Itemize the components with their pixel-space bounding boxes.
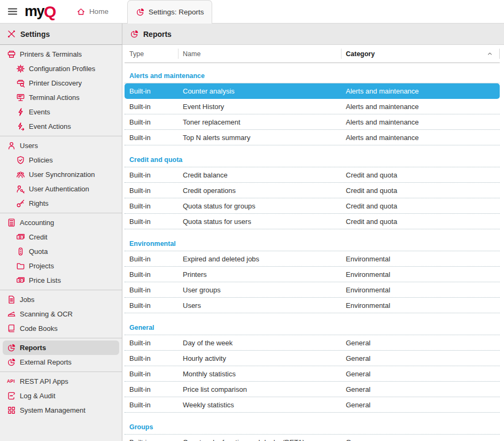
cell-type: Built-in [125,87,178,95]
sidebar-item-projects[interactable]: Projects [0,259,122,273]
sidebar-item-rights[interactable]: Rights [0,196,122,211]
sidebar-item-log-audit[interactable]: Log & Audit [0,389,122,403]
cell-type: Built-in [125,202,178,210]
report-row[interactable]: Built-in Top N alerts summary Alerts and… [125,130,500,145]
sidebar-item-label: Terminal Actions [29,94,80,102]
price-list-icon [16,276,25,285]
report-row[interactable]: Built-in Event History Alerts and mainte… [125,99,500,114]
column-header-category[interactable]: Category [341,45,500,63]
sidebar-item-quota[interactable]: Quota [0,244,122,259]
home-icon [76,7,86,16]
report-row[interactable]: Built-in Weekly statistics General [125,397,500,413]
sidebar-group: Reports External Reports [0,338,122,372]
sidebar-item-printer-discovery[interactable]: Printer Discovery [0,76,122,90]
sidebar-item-label: External Reports [20,358,72,366]
sidebar-item-reports[interactable]: Reports [3,341,119,355]
report-row[interactable]: Built-in Quota status for groups Credit … [125,198,500,214]
sidebar-item-policies[interactable]: Policies [0,153,122,167]
report-row[interactable]: Built-in Monthly statistics General [125,366,500,382]
cell-type: Built-in [125,218,178,226]
report-row[interactable]: Built-in Users Environmental [125,298,500,313]
report-row[interactable]: Built-in Printers Environmental [125,267,500,282]
cell-name: Top N alerts summary [178,134,341,142]
cell-name: Credit operations [178,187,341,195]
cell-type: Built-in [125,118,178,126]
sidebar-item-code-books[interactable]: Code Books [0,321,122,336]
cell-name: Event History [178,103,341,111]
sidebar-item-user-authentication[interactable]: User Authentication [0,182,122,196]
panel-header: Reports [122,24,504,45]
hamburger-menu-button[interactable] [0,0,25,23]
sidebar-item-label: User Synchronization [29,171,95,179]
report-row[interactable]: Built-in Quota status for users Credit a… [125,214,500,229]
report-row[interactable]: Built-in Counter analysis Alerts and mai… [125,83,500,99]
column-label: Type [129,50,144,58]
table-header-row: Type Name Category [125,45,500,63]
sidebar-item-price-lists[interactable]: Price Lists [0,273,122,288]
reports-icon [136,7,145,17]
user-icon [7,141,16,150]
group-header: Credit and quota [125,154,500,167]
cell-category: Credit and quota [341,218,500,226]
cell-name: Quota status for users [178,218,341,226]
gear-icon [16,64,25,73]
cell-name: Price list comparison [178,385,341,393]
report-group-groups: Groups Built-in Counters by function and… [125,421,500,441]
sidebar-item-external-reports[interactable]: External Reports [0,355,122,369]
cell-type: Built-in [125,385,178,393]
hamburger-icon [7,6,18,17]
tab-home[interactable]: Home [68,0,117,23]
sidebar-item-label: Quota [29,247,48,256]
sidebar-item-label: Accounting [20,219,54,227]
sidebar-item-accounting[interactable]: Accounting [0,215,122,230]
reports-icon [7,343,16,352]
cell-name: Printers [178,270,341,278]
report-row[interactable]: Built-in Expired and deleted jobs Enviro… [125,251,500,267]
report-row[interactable]: Built-in User groups Environmental [125,282,500,298]
sidebar-item-label: REST API Apps [20,377,68,385]
logo-text-my: my [25,3,44,20]
sidebar-item-label: Jobs [20,296,34,304]
report-row[interactable]: Built-in Hourly activity General [125,351,500,366]
sidebar-item-rest-api-apps[interactable]: API REST API Apps [0,374,122,389]
sidebar-item-user-synchronization[interactable]: User Synchronization [0,167,122,182]
myq-logo[interactable]: my Q [25,0,56,23]
sidebar-item-scanning-ocr[interactable]: Scanning & OCR [0,307,122,321]
report-row[interactable]: Built-in Day of the week General [125,335,500,351]
sidebar-item-system-management[interactable]: System Management [0,403,122,417]
cell-category: Credit and quota [341,202,500,210]
report-row[interactable]: Built-in Credit balance Credit and quota [125,167,500,183]
cell-name: Counter analysis [178,87,341,95]
column-header-name[interactable]: Name [178,45,341,63]
sidebar-item-events[interactable]: Events [0,105,122,119]
group-header: Groups [125,421,500,435]
reports-icon [130,29,139,38]
sidebar-item-jobs[interactable]: Jobs [0,292,122,307]
sidebar-item-label: Printers & Terminals [20,50,82,58]
sidebar-item-credit[interactable]: Credit [0,230,122,244]
report-row[interactable]: Built-in Price list comparison General [125,382,500,397]
group-header: Environmental [125,238,500,251]
cell-name: Quota status for groups [178,202,341,210]
sidebar-item-terminal-actions[interactable]: Terminal Actions [0,90,122,105]
user-key-icon [16,184,25,194]
sidebar-item-label: Credit [29,233,48,241]
sidebar-item-users[interactable]: Users [0,138,122,153]
sidebar-item-printers-terminals[interactable]: Printers & Terminals [0,47,122,61]
report-row[interactable]: Built-in Credit operations Credit and qu… [125,183,500,198]
cell-type: Built-in [125,270,178,278]
tools-icon [7,29,16,38]
group-header: Alerts and maintenance [125,70,500,83]
report-row[interactable]: Built-in Counters by function and duplex… [125,435,500,441]
sidebar-item-event-actions[interactable]: Event Actions [0,119,122,134]
group-header: General [125,322,500,335]
tab-settings-reports[interactable]: Settings: Reports [127,0,213,24]
report-row[interactable]: Built-in Toner replacement Alerts and ma… [125,114,500,130]
column-header-type[interactable]: Type [125,45,178,63]
sidebar-item-label: Price Lists [29,276,61,284]
sidebar-item-configuration-profiles[interactable]: Configuration Profiles [0,61,122,76]
traffic-light-icon [16,247,25,256]
cell-type: Built-in [125,103,178,111]
cell-type: Built-in [125,401,178,409]
report-group-environmental: Environmental Built-in Expired and delet… [125,238,500,313]
